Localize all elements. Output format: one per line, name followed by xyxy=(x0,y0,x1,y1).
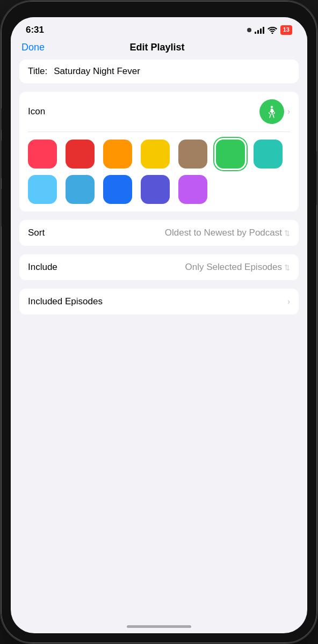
dot-indicator xyxy=(247,28,251,32)
status-bar: 6:31 13 xyxy=(11,17,307,38)
svg-point-0 xyxy=(271,106,273,108)
icon-color-divider xyxy=(28,131,290,132)
status-icons: 13 xyxy=(247,25,292,34)
color-swatch-yellow[interactable] xyxy=(141,140,170,169)
color-swatch-blue[interactable] xyxy=(103,175,132,204)
include-row[interactable]: Include Only Selected Episodes ⇅ xyxy=(19,254,299,280)
wifi-icon xyxy=(268,26,277,34)
include-value-text: Only Selected Episodes xyxy=(185,262,283,273)
icon-color-card: Icon › xyxy=(19,92,299,211)
color-swatch-cyan[interactable] xyxy=(28,175,57,204)
sort-value: Oldest to Newest by Podcast ⇅ xyxy=(165,228,290,238)
sort-value-text: Oldest to Newest by Podcast xyxy=(165,228,282,238)
battery-badge: 13 xyxy=(280,25,292,34)
done-button[interactable]: Done xyxy=(21,42,45,53)
color-swatch-tan[interactable] xyxy=(178,140,207,169)
color-swatch-orange[interactable] xyxy=(103,140,132,169)
title-label: Title: xyxy=(28,66,47,77)
icon-selector[interactable]: › xyxy=(259,99,290,124)
color-row-1 xyxy=(28,140,290,169)
phone-screen: 6:31 13 Done Edit Playlist xyxy=(11,17,307,633)
home-indicator xyxy=(127,625,191,628)
color-swatch-indigo[interactable] xyxy=(141,175,170,204)
nav-header: Done Edit Playlist xyxy=(11,38,307,60)
icon-chevron-icon: › xyxy=(287,107,290,116)
included-episodes-row[interactable]: Included Episodes › xyxy=(19,289,299,314)
signal-bars xyxy=(255,26,264,34)
episodes-chevron-icon: › xyxy=(287,297,290,306)
icon-label: Icon xyxy=(28,106,45,117)
title-input[interactable] xyxy=(54,66,290,77)
color-swatch-lightblue[interactable] xyxy=(66,175,95,204)
sort-label: Sort xyxy=(28,228,45,238)
status-time: 6:31 xyxy=(26,25,44,35)
include-value: Only Selected Episodes ⇅ xyxy=(185,262,291,273)
content-area: Title: Icon xyxy=(11,60,307,323)
color-swatch-purple[interactable] xyxy=(178,175,207,204)
walk-figure-icon xyxy=(265,105,279,119)
sort-updown-icon: ⇅ xyxy=(284,230,290,237)
episodes-label: Included Episodes xyxy=(28,296,103,307)
include-label: Include xyxy=(28,262,57,273)
title-row: Title: xyxy=(19,60,299,83)
icon-circle[interactable] xyxy=(259,99,284,124)
include-updown-icon: ⇅ xyxy=(284,264,290,271)
nav-title: Edit Playlist xyxy=(129,42,184,53)
color-grid xyxy=(28,140,290,204)
color-swatch-pink[interactable] xyxy=(28,140,57,169)
color-swatch-teal[interactable] xyxy=(254,140,283,169)
color-swatch-red[interactable] xyxy=(66,140,95,169)
color-swatch-green[interactable] xyxy=(216,140,245,169)
sort-row[interactable]: Sort Oldest to Newest by Podcast ⇅ xyxy=(19,220,299,246)
phone-frame: 6:31 13 Done Edit Playlist xyxy=(0,0,318,644)
color-row-2 xyxy=(28,175,290,204)
icon-row: Icon › xyxy=(28,99,290,124)
